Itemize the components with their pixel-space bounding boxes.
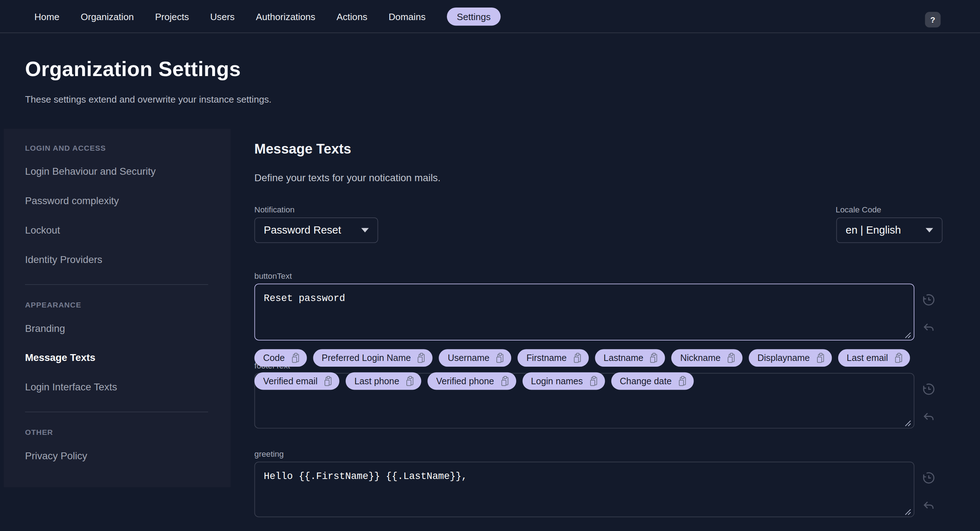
chip-verified-email[interactable]: Verified email: [255, 372, 340, 390]
chip-nickname[interactable]: Nickname: [671, 349, 743, 367]
undo-icon[interactable]: [921, 320, 936, 336]
chip-label: Last email: [847, 353, 888, 363]
history-icon[interactable]: [921, 470, 936, 485]
copy-icon: [290, 352, 301, 364]
notification-select[interactable]: Password Reset: [255, 217, 379, 243]
resize-handle[interactable]: [904, 332, 911, 339]
chip-label: Verified phone: [436, 376, 494, 386]
copy-icon: [323, 375, 333, 387]
undo-icon[interactable]: [921, 410, 936, 425]
copy-icon: [678, 375, 687, 387]
chip-label: Code: [263, 353, 285, 363]
locale-select-value: en | English: [846, 224, 918, 236]
chip-label: Lastname: [603, 353, 643, 363]
section-subtitle: Define your texts for your notication ma…: [255, 173, 441, 184]
chip-label: Firstname: [526, 353, 566, 363]
chip-label: Username: [448, 353, 489, 363]
chip-last-phone[interactable]: Last phone: [346, 372, 421, 390]
chip-displayname[interactable]: Displayname: [749, 349, 832, 367]
notification-label: Notification: [255, 205, 295, 214]
chip-label: Login names: [531, 376, 583, 386]
placeholder-chips-row-1: Code Preferred Login Name Username First…: [255, 349, 910, 367]
chip-preferred-login-name[interactable]: Preferred Login Name: [313, 349, 433, 367]
copy-icon: [589, 375, 598, 387]
message-texts-panel: Message Texts Define your texts for your…: [0, 0, 980, 531]
copy-icon: [816, 352, 826, 364]
chip-label: Displayname: [757, 353, 810, 363]
chevron-down-icon: [361, 228, 369, 232]
chip-label: Verified email: [263, 376, 318, 386]
resize-handle[interactable]: [904, 420, 911, 426]
chevron-down-icon: [926, 228, 933, 232]
notification-select-value: Password Reset: [264, 224, 354, 236]
chip-label: Last phone: [354, 376, 399, 386]
chip-lastname[interactable]: Lastname: [595, 349, 665, 367]
greeting-label: greeting: [255, 449, 284, 458]
app-root: Home Organization Projects Users Authori…: [0, 0, 980, 531]
placeholder-chips-row-2: Verified email Last phone Verified phone…: [255, 372, 694, 390]
copy-icon: [500, 375, 510, 387]
chip-label: Change date: [620, 376, 671, 386]
copy-icon: [649, 352, 659, 364]
locale-code-label: Locale Code: [836, 205, 881, 214]
history-icon[interactable]: [921, 382, 936, 397]
chip-verified-phone[interactable]: Verified phone: [428, 372, 516, 390]
section-title: Message Texts: [255, 141, 352, 157]
button-text-textarea[interactable]: Reset password: [255, 284, 915, 340]
chip-last-email[interactable]: Last email: [838, 349, 910, 367]
resize-handle[interactable]: [904, 509, 911, 515]
chip-code[interactable]: Code: [255, 349, 307, 367]
copy-icon: [405, 375, 415, 387]
chip-login-names[interactable]: Login names: [522, 372, 605, 390]
copy-icon: [495, 352, 505, 364]
copy-icon: [726, 352, 736, 364]
locale-select[interactable]: en | English: [837, 217, 943, 243]
undo-icon[interactable]: [921, 498, 936, 514]
chip-label: Preferred Login Name: [321, 353, 410, 363]
chip-username[interactable]: Username: [439, 349, 512, 367]
chip-change-date[interactable]: Change date: [611, 372, 694, 390]
chip-label: Nickname: [680, 353, 721, 363]
copy-icon: [572, 352, 582, 364]
copy-icon: [894, 352, 904, 364]
history-icon[interactable]: [921, 292, 936, 308]
greeting-textarea[interactable]: Hello {{.FirstName}} {{.LastName}},: [255, 462, 915, 517]
chip-firstname[interactable]: Firstname: [518, 349, 589, 367]
button-text-label: buttonText: [255, 271, 292, 281]
copy-icon: [417, 352, 426, 364]
